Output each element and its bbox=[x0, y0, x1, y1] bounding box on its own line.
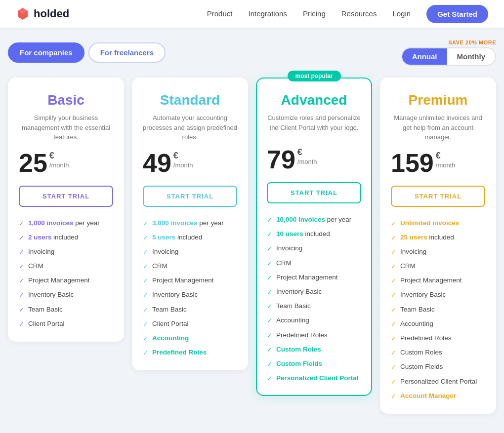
price-suffix-advanced: € /month bbox=[297, 147, 317, 168]
logo-text: holded bbox=[34, 7, 69, 20]
feature-highlight: 25 users bbox=[400, 234, 427, 241]
feature-item: ✓ Team Basic bbox=[143, 305, 237, 315]
price-row-standard: 49 € /month bbox=[143, 150, 237, 176]
feature-item: ✓ Project Management bbox=[143, 276, 237, 285]
feature-item: ✓ Project Management bbox=[19, 276, 113, 285]
check-icon: ✓ bbox=[391, 234, 396, 242]
feature-item: ✓ Team Basic bbox=[267, 302, 361, 311]
feature-text: Inventory Basic bbox=[28, 290, 74, 300]
pricing-card-basic: BasicSimplify your business management w… bbox=[8, 78, 124, 342]
feature-text: CRM bbox=[400, 262, 416, 271]
feature-text: Project Management bbox=[400, 276, 462, 285]
check-icon: ✓ bbox=[19, 291, 24, 300]
feature-item: ✓ Custom Roles bbox=[267, 345, 361, 354]
check-icon: ✓ bbox=[391, 219, 396, 228]
pricing-card-standard: StandardAutomate your accounting process… bbox=[132, 78, 248, 370]
check-icon: ✓ bbox=[143, 248, 148, 257]
feature-text: 3,000 invoices per year bbox=[152, 219, 224, 228]
feature-text: Personalized Client Portal bbox=[400, 377, 477, 387]
feature-text: Custom Roles bbox=[400, 348, 442, 357]
logo[interactable]: holded bbox=[16, 7, 69, 21]
feature-highlight: Custom Fields bbox=[276, 360, 322, 367]
main-content: For companies For freelancers SAVE 20% M… bbox=[0, 28, 504, 433]
feature-text: Accounting bbox=[152, 334, 189, 343]
check-icon: ✓ bbox=[267, 374, 272, 383]
check-icon: ✓ bbox=[19, 276, 24, 285]
check-icon: ✓ bbox=[267, 230, 272, 239]
check-icon: ✓ bbox=[391, 334, 396, 343]
get-started-button[interactable]: Get Started bbox=[426, 5, 488, 23]
plan-name-advanced: Advanced bbox=[267, 92, 361, 108]
price-suffix-basic: € /month bbox=[49, 150, 69, 172]
feature-text: 25 users included bbox=[400, 233, 454, 242]
feature-item: ✓ Accounting bbox=[267, 316, 361, 325]
pricing-card-advanced: most popularAdvancedCustomize roles and … bbox=[256, 78, 372, 396]
feature-item: ✓ Inventory Basic bbox=[391, 290, 485, 300]
check-icon: ✓ bbox=[267, 302, 272, 311]
start-trial-button-advanced[interactable]: START TRIAL bbox=[267, 182, 361, 203]
feature-item: ✓ CRM bbox=[391, 262, 485, 271]
feature-item: ✓ Custom Fields bbox=[391, 362, 485, 372]
feature-text: Accounting bbox=[276, 316, 309, 325]
check-icon: ✓ bbox=[143, 320, 148, 329]
nav-pricing[interactable]: Pricing bbox=[303, 9, 326, 18]
check-icon: ✓ bbox=[267, 288, 272, 297]
feature-item: ✓ Project Management bbox=[267, 273, 361, 282]
tab-for-freelancers[interactable]: For freelancers bbox=[88, 42, 166, 63]
feature-item: ✓ Invoicing bbox=[19, 247, 113, 257]
controls-row: For companies For freelancers SAVE 20% M… bbox=[8, 39, 496, 66]
tab-for-companies[interactable]: For companies bbox=[8, 42, 84, 63]
feature-item: ✓ Invoicing bbox=[143, 247, 237, 257]
nav-login[interactable]: Login bbox=[392, 9, 411, 18]
price-number-standard: 49 bbox=[143, 150, 171, 176]
nav-resources[interactable]: Resources bbox=[341, 9, 377, 18]
feature-item: ✓ 10 users included bbox=[267, 230, 361, 239]
annual-toggle-button[interactable]: Annual bbox=[402, 48, 447, 65]
check-icon: ✓ bbox=[143, 234, 148, 242]
feature-item: ✓ CRM bbox=[143, 262, 237, 271]
start-trial-button-standard[interactable]: START TRIAL bbox=[143, 186, 237, 207]
feature-item: ✓ 3,000 invoices per year bbox=[143, 219, 237, 228]
nav-product[interactable]: Product bbox=[207, 9, 233, 18]
feature-text: 2 users included bbox=[28, 233, 78, 242]
plan-desc-standard: Automate your accounting processes and a… bbox=[143, 113, 237, 142]
feature-item: ✓ Team Basic bbox=[391, 305, 485, 315]
feature-text: Invoicing bbox=[276, 244, 302, 253]
feature-highlight: Unlimited invoices bbox=[400, 219, 459, 227]
start-trial-button-basic[interactable]: START TRIAL bbox=[19, 186, 113, 207]
feature-item: ✓ Invoicing bbox=[391, 247, 485, 257]
feature-highlight: 10,000 invoices bbox=[276, 216, 325, 223]
feature-highlight: 10 users bbox=[276, 230, 303, 237]
check-icon: ✓ bbox=[143, 334, 148, 343]
monthly-toggle-button[interactable]: Monthly bbox=[447, 48, 496, 65]
feature-text: Team Basic bbox=[276, 302, 311, 311]
features-list-basic: ✓ 1,000 invoices per year ✓ 2 users incl… bbox=[19, 219, 113, 329]
check-icon: ✓ bbox=[391, 392, 396, 401]
feature-item: ✓ Client Portal bbox=[19, 319, 113, 329]
start-trial-button-premium[interactable]: START TRIAL bbox=[391, 186, 485, 207]
feature-item: ✓ Invoicing bbox=[267, 244, 361, 253]
feature-text: 10,000 invoices per year bbox=[276, 215, 351, 225]
check-icon: ✓ bbox=[143, 219, 148, 228]
feature-highlight: Personalized Client Portal bbox=[276, 374, 359, 382]
feature-highlight: 2 users bbox=[28, 234, 51, 241]
feature-item: ✓ Predefined Roles bbox=[267, 331, 361, 340]
feature-text: Inventory Basic bbox=[276, 287, 322, 297]
check-icon: ✓ bbox=[391, 306, 396, 315]
plan-name-basic: Basic bbox=[19, 92, 113, 108]
check-icon: ✓ bbox=[267, 216, 272, 225]
nav-links: Product Integrations Pricing Resources L… bbox=[207, 9, 411, 18]
pricing-cards: BasicSimplify your business management w… bbox=[8, 78, 496, 414]
check-icon: ✓ bbox=[391, 363, 396, 372]
check-icon: ✓ bbox=[143, 262, 148, 271]
feature-text: 1,000 invoices per year bbox=[28, 219, 100, 228]
check-icon: ✓ bbox=[267, 346, 272, 354]
price-suffix-premium: € /month bbox=[436, 150, 456, 172]
price-number-advanced: 79 bbox=[267, 147, 295, 172]
price-period-basic: /month bbox=[49, 161, 69, 170]
nav-integrations[interactable]: Integrations bbox=[248, 9, 287, 18]
feature-item: ✓ Custom Fields bbox=[267, 359, 361, 369]
price-period-standard: /month bbox=[173, 161, 193, 170]
check-icon: ✓ bbox=[19, 262, 24, 271]
feature-text: Accounting bbox=[400, 319, 433, 329]
